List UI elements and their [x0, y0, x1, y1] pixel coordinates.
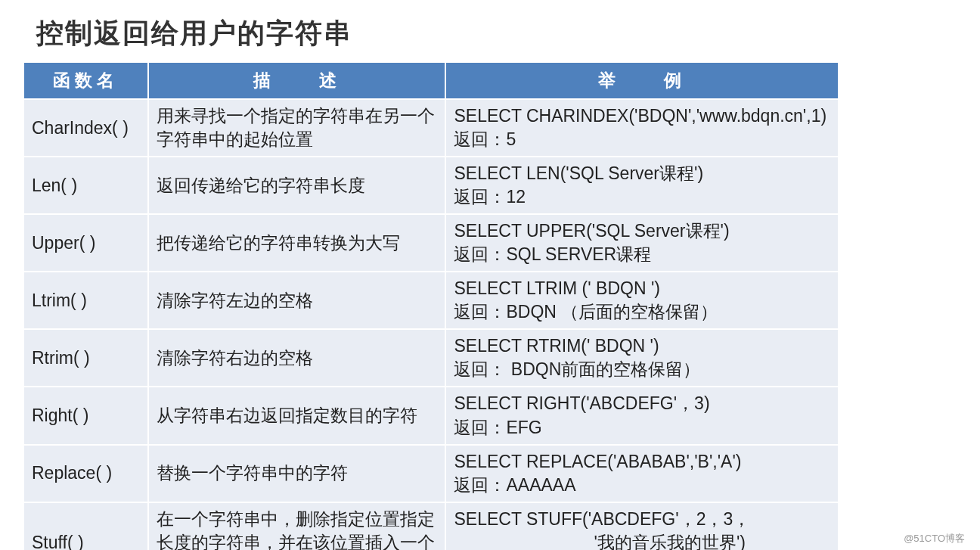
- page-title: 控制返回给用户的字符串: [36, 15, 965, 52]
- table-row: Len( ) 返回传递给它的字符串长度 SELECT LEN('SQL Serv…: [23, 157, 839, 214]
- table-row: Stuff( ) 在一个字符串中，删除指定位置指定长度的字符串，并在该位置插入一…: [23, 502, 839, 550]
- fn-name: Len( ): [23, 157, 148, 214]
- table-row: Right( ) 从字符串右边返回指定数目的字符 SELECT RIGHT('A…: [23, 387, 839, 444]
- fn-example: SELECT RIGHT('ABCDEFG'，3) 返回：EFG: [445, 387, 839, 444]
- fn-name: Upper( ): [23, 214, 148, 272]
- header-desc: 描 述: [148, 62, 446, 99]
- fn-desc: 用来寻找一个指定的字符串在另一个字符串中的起始位置: [148, 99, 446, 157]
- fn-example: SELECT LEN('SQL Server课程') 返回：12: [445, 157, 839, 214]
- fn-name: CharIndex( ): [23, 99, 148, 157]
- fn-name: Ltrim( ): [23, 272, 148, 329]
- fn-example: SELECT LTRIM (' BDQN ') 返回：BDQN （后面的空格保留…: [445, 272, 839, 329]
- functions-table: 函数名 描 述 举 例 CharIndex( ) 用来寻找一个指定的字符串在另一…: [23, 61, 839, 550]
- fn-desc: 从字符串右边返回指定数目的字符: [148, 387, 446, 444]
- header-name: 函数名: [23, 62, 148, 99]
- fn-example: SELECT CHARINDEX('BDQN','www.bdqn.cn',1)…: [445, 99, 839, 157]
- fn-desc: 在一个字符串中，删除指定位置指定长度的字符串，并在该位置插入一个新的字符串: [148, 502, 446, 550]
- table-row: CharIndex( ) 用来寻找一个指定的字符串在另一个字符串中的起始位置 S…: [23, 99, 839, 157]
- fn-example: SELECT RTRIM(' BDQN ') 返回： BDQN前面的空格保留）: [445, 329, 839, 387]
- header-example: 举 例: [445, 62, 839, 99]
- fn-desc: 把传递给它的字符串转换为大写: [148, 214, 446, 272]
- table-row: Rtrim( ) 清除字符右边的空格 SELECT RTRIM(' BDQN '…: [23, 329, 839, 387]
- fn-name: Right( ): [23, 387, 148, 444]
- fn-desc: 替换一个字符串中的字符: [148, 445, 446, 502]
- watermark: @51CTO博客: [904, 532, 965, 545]
- fn-name: Stuff( ): [23, 502, 148, 550]
- fn-desc: 返回传递给它的字符串长度: [148, 157, 446, 214]
- fn-example: SELECT UPPER('SQL Server课程') 返回：SQL SERV…: [445, 214, 839, 272]
- table-row: Upper( ) 把传递给它的字符串转换为大写 SELECT UPPER('SQ…: [23, 214, 839, 272]
- fn-desc: 清除字符右边的空格: [148, 329, 446, 387]
- fn-desc: 清除字符左边的空格: [148, 272, 446, 329]
- fn-example: SELECT REPLACE('ABABAB','B','A') 返回：AAAA…: [445, 445, 839, 502]
- table-row: Replace( ) 替换一个字符串中的字符 SELECT REPLACE('A…: [23, 445, 839, 502]
- table-header-row: 函数名 描 述 举 例: [23, 62, 839, 99]
- table-row: Ltrim( ) 清除字符左边的空格 SELECT LTRIM (' BDQN …: [23, 272, 839, 329]
- fn-example: SELECT STUFF('ABCDEFG'，2，3， '我的音乐我的世界') …: [445, 502, 839, 550]
- fn-name: Rtrim( ): [23, 329, 148, 387]
- fn-name: Replace( ): [23, 445, 148, 502]
